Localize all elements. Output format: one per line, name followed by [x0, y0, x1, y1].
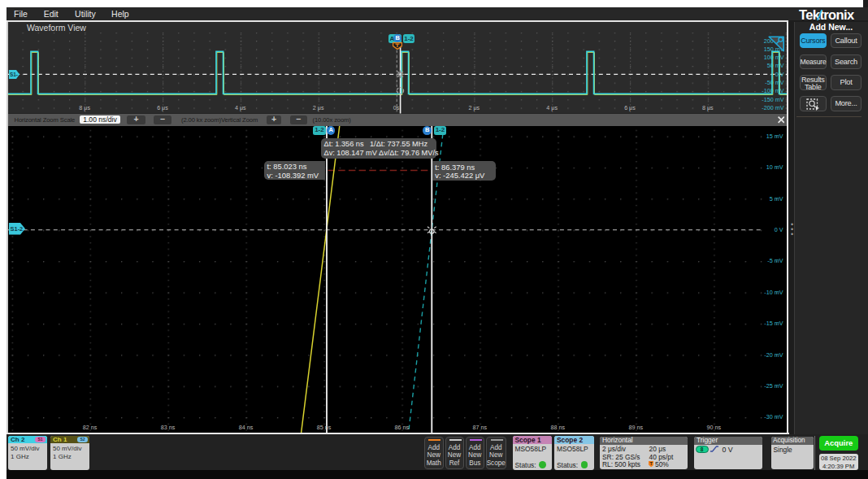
svg-text:50 mV: 50 mV	[767, 63, 784, 70]
svg-text:86 ns: 86 ns	[395, 424, 410, 431]
svg-text:4 μs: 4 μs	[235, 104, 246, 111]
svg-text:15 mV: 15 mV	[766, 133, 783, 140]
svg-text:5 mV: 5 mV	[770, 195, 783, 202]
svg-text:100 mV: 100 mV	[764, 54, 784, 61]
svg-text:85 ns: 85 ns	[317, 424, 332, 431]
svg-text:6 μs: 6 μs	[157, 104, 168, 111]
svg-text:10 mV: 10 mV	[766, 163, 783, 171]
svg-text:6 μs: 6 μs	[624, 104, 636, 111]
svg-text:90 ns: 90 ns	[707, 424, 722, 431]
svg-text:84 ns: 84 ns	[239, 424, 254, 431]
svg-text:S1-: S1-	[10, 71, 18, 76]
svg-text:8 μs: 8 μs	[79, 104, 90, 111]
svg-text:0s: 0s	[393, 104, 400, 111]
svg-text:-25 mV: -25 mV	[764, 382, 783, 390]
svg-text:S1-2: S1-2	[11, 225, 24, 233]
svg-text:88 ns: 88 ns	[551, 424, 566, 431]
svg-text:-50 mV: -50 mV	[765, 79, 783, 86]
svg-text:87 ns: 87 ns	[473, 424, 488, 431]
svg-text:0 V: 0 V	[775, 226, 783, 233]
svg-text:8 μs: 8 μs	[702, 104, 714, 111]
svg-text:-200 mV: -200 mV	[762, 104, 783, 111]
svg-text:-150 mV: -150 mV	[762, 96, 783, 103]
svg-text:2 μs: 2 μs	[313, 104, 324, 111]
svg-text:-10 mV: -10 mV	[764, 289, 783, 296]
svg-text:-15 mV: -15 mV	[764, 320, 783, 327]
svg-text:83 ns: 83 ns	[161, 424, 176, 431]
svg-text:-30 mV: -30 mV	[764, 413, 783, 420]
svg-text:4 μs: 4 μs	[546, 104, 558, 111]
svg-text:-5 mV: -5 mV	[767, 258, 783, 265]
svg-text:82 ns: 82 ns	[83, 424, 98, 431]
svg-text:-20 mV: -20 mV	[764, 351, 783, 359]
svg-text:2 μs: 2 μs	[468, 104, 480, 111]
svg-text:89 ns: 89 ns	[629, 424, 644, 431]
